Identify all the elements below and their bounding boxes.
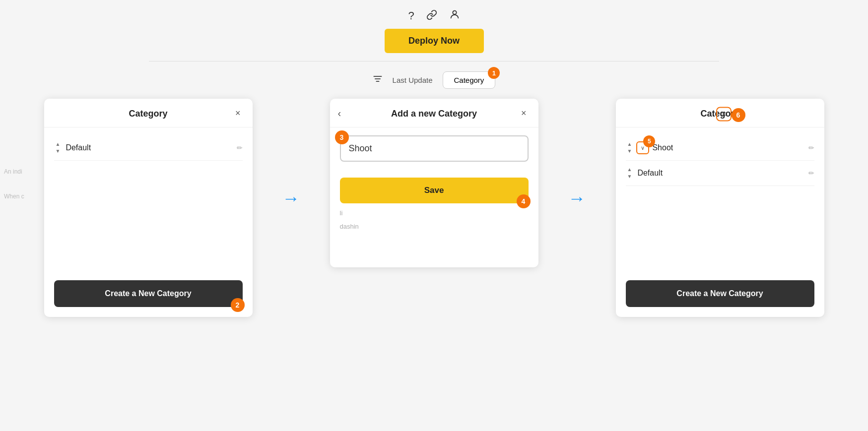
category-tab[interactable]: Category 1 <box>443 71 496 89</box>
edit-default-icon[interactable]: ✏ <box>237 144 243 152</box>
updown-shoot: ▲ ▼ <box>626 141 634 154</box>
down-shoot-button[interactable]: ▼ <box>626 148 634 154</box>
panel2-title: Add a new Category <box>391 109 477 119</box>
arrow-1: → <box>282 188 300 209</box>
panel3-body: ▲ ▼ ∨ 5 Shoot ✏ ▲ ▼ Default ✏ <box>616 127 824 272</box>
edit-default-2-icon[interactable]: ✏ <box>808 169 814 177</box>
create-btn-label-1: Create a New Category <box>105 289 191 298</box>
last-update-tab[interactable]: Last Update <box>393 76 433 84</box>
panel2-faded-text-1: li <box>340 209 529 217</box>
panel-add-category: ‹ Add a new Category × 3 Save 4 li dashi… <box>330 99 538 267</box>
up-shoot-button[interactable]: ▲ <box>626 141 634 147</box>
updown-default: ▲ ▼ <box>54 141 62 154</box>
deploy-area: Deploy Now <box>0 29 868 53</box>
top-nav: ? <box>0 0 868 29</box>
filter-icon <box>373 74 383 86</box>
sidebar-text-2: When c <box>4 193 24 200</box>
tab-area: Last Update Category 1 <box>0 71 868 89</box>
down-default-button[interactable]: ▼ <box>54 148 62 154</box>
panel2-back-button[interactable]: ‹ <box>338 107 341 119</box>
panel-category-1: Category × ▲ ▼ Default ✏ Create a New Ca… <box>44 99 253 317</box>
panel2-header: ‹ Add a new Category × <box>330 99 538 127</box>
sidebar-text-1: An indi <box>4 168 22 175</box>
save-btn-label: Save <box>424 185 444 195</box>
create-category-button-1[interactable]: Create a New Category 2 <box>54 280 243 307</box>
category-item-shoot: ▲ ▼ ∨ 5 Shoot ✏ <box>626 135 814 161</box>
panel3-header: Category × 6 <box>616 99 824 127</box>
svg-point-0 <box>453 11 456 14</box>
help-icon[interactable]: ? <box>408 9 414 22</box>
category-tab-label: Category <box>454 76 484 84</box>
top-divider <box>149 61 719 62</box>
category-item-default: ▲ ▼ Default ✏ <box>54 135 243 161</box>
category-tab-badge: 1 <box>488 67 500 79</box>
updown-default-2: ▲ ▼ <box>626 167 634 180</box>
step-badge-6: 6 <box>732 108 745 122</box>
arrow-2: → <box>568 188 586 209</box>
category-name-shoot: Shoot <box>652 143 805 152</box>
category-name-input[interactable] <box>340 135 529 162</box>
panel1-body: ▲ ▼ Default ✏ <box>44 127 253 272</box>
panel2-faded-text-2: dashin <box>340 223 529 230</box>
category-name-default: Default <box>66 143 232 152</box>
link-icon[interactable] <box>426 9 437 23</box>
step-badge-2: 2 <box>231 298 245 312</box>
save-category-button[interactable]: Save 4 <box>340 178 529 203</box>
panel1-header: Category × <box>44 99 253 127</box>
category-name-default-2: Default <box>637 169 804 178</box>
category-item-default-2: ▲ ▼ Default ✏ <box>626 161 814 186</box>
user-icon[interactable] <box>449 9 460 23</box>
edit-shoot-icon[interactable]: ✏ <box>808 144 814 152</box>
panel1-title: Category <box>129 109 167 119</box>
create-btn-label-3: Create a New Category <box>676 289 763 298</box>
panel3-close-button[interactable]: × <box>716 107 732 121</box>
step-badge-3: 3 <box>335 130 349 144</box>
panel1-close-button[interactable]: × <box>231 106 245 120</box>
main-content: An indi When c Category × ▲ ▼ Default ✏ … <box>0 99 868 317</box>
step-badge-4: 4 <box>517 194 531 208</box>
panel1-footer: Create a New Category 2 <box>44 272 253 317</box>
up-default-2-button[interactable]: ▲ <box>626 167 634 173</box>
panel2-body: 3 Save 4 li dashin <box>330 127 538 267</box>
down-default-2-button[interactable]: ▼ <box>626 174 634 180</box>
panel-category-3: Category × 6 ▲ ▼ ∨ 5 Shoot ✏ <box>616 99 824 317</box>
create-category-button-3[interactable]: Create a New Category <box>626 280 814 307</box>
panel2-close-button[interactable]: × <box>517 106 531 120</box>
panel3-footer: Create a New Category <box>616 272 824 317</box>
deploy-now-button[interactable]: Deploy Now <box>385 29 484 53</box>
up-default-button[interactable]: ▲ <box>54 141 62 147</box>
